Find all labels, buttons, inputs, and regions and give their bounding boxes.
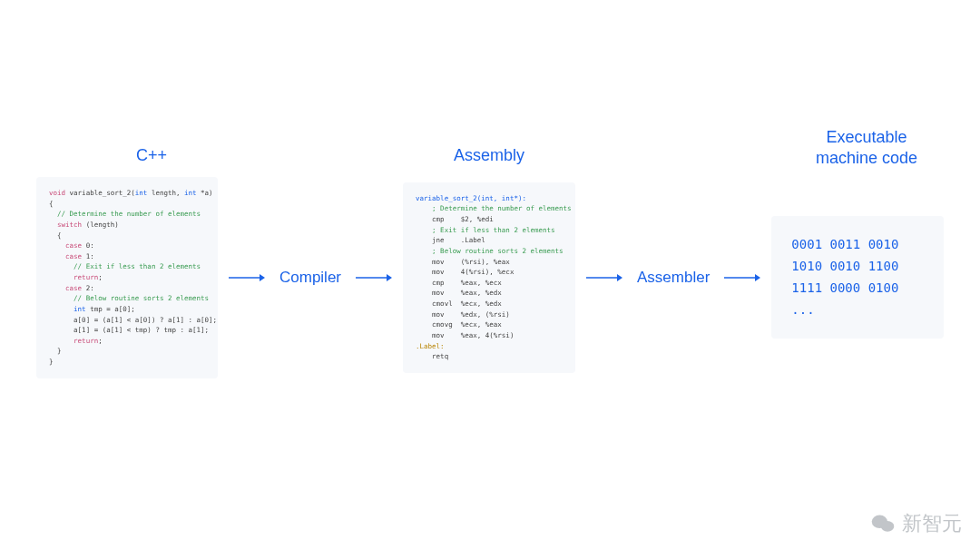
code-token: mov (%rsi), %eax [416, 258, 510, 266]
code-token: cmp $2, %edi [416, 215, 494, 223]
code-token: case [49, 284, 82, 292]
code-token: 0: [82, 241, 94, 250]
code-token: // Below routine sorts 2 elements [49, 294, 209, 302]
heading-machine-code: Executable machine code [789, 127, 944, 170]
compiler-label: Compiler [276, 260, 345, 296]
code-token: int [49, 305, 86, 313]
code-token: { [49, 231, 62, 240]
watermark: 新智元 [871, 510, 962, 537]
arrow-icon [229, 269, 265, 287]
code-token: void [49, 189, 65, 197]
code-token: variable_sort_2(int, int*): [416, 194, 526, 202]
code-token: case [49, 241, 82, 250]
code-token: return [49, 337, 98, 345]
code-token: // Exit if less than 2 elements [49, 262, 201, 270]
heading-cpp: C++ [136, 145, 167, 166]
code-token: int [184, 189, 197, 197]
code-token: jne .Label [416, 236, 485, 244]
code-token: ; Determine the number of elements [416, 204, 572, 212]
code-token: cmovg %ecx, %eax [416, 320, 502, 329]
code-token: mov %eax, 4(%rsi) [416, 331, 514, 339]
code-token: case [49, 252, 82, 260]
code-token: *a) [197, 189, 213, 197]
code-token: // Determine the number of elements [49, 210, 201, 218]
code-token: a[1] = (a[1] < tmp) ? tmp : a[1]; [49, 326, 209, 334]
code-token: variable_sort_2( [65, 189, 135, 197]
code-token: ; Below routine sorts 2 elements [416, 247, 564, 255]
arrow-icon [586, 269, 622, 287]
code-token: mov %eax, %edx [416, 289, 502, 297]
code-token: tmp = a[0]; [86, 305, 135, 313]
code-token: mov %edx, (%rsi) [416, 310, 510, 319]
code-token: } [49, 347, 62, 355]
code-token: (length) [82, 221, 119, 229]
code-token: mov 4(%rsi), %ecx [416, 268, 514, 276]
code-token: } [49, 358, 54, 366]
code-token: retq [416, 352, 448, 360]
code-token: ; Exit if less than 2 elements [416, 226, 555, 234]
heading-assembly: Assembly [454, 145, 524, 166]
code-token: .Label: [416, 342, 445, 350]
arrow-icon [356, 269, 392, 287]
machine-code-box: 0001 0011 0010 1010 0010 1100 1111 0000 … [771, 216, 944, 339]
assembly-code-box: variable_sort_2(int, int*): ; Determine … [403, 182, 575, 373]
code-token: cmovl %ecx, %edx [416, 300, 502, 308]
code-token: { [49, 200, 54, 208]
pipeline-row: void variable_sort_2(int length, int *a)… [0, 177, 980, 378]
code-token: int [135, 189, 148, 197]
wechat-icon [871, 514, 895, 534]
code-token: ; [98, 337, 103, 345]
code-token: return [49, 273, 98, 281]
svg-point-5 [881, 521, 894, 532]
code-token: 1: [82, 252, 94, 260]
assembler-label: Assembler [633, 260, 713, 296]
code-token: length, [147, 189, 184, 197]
code-token: 2: [82, 284, 94, 292]
cpp-code-box: void variable_sort_2(int length, int *a)… [36, 177, 218, 378]
code-token: a[0] = (a[1] < a[0]) ? a[1] : a[0]; [49, 316, 217, 324]
code-token: cmp %eax, %ecx [416, 279, 502, 287]
arrow-icon [724, 269, 760, 287]
code-token: switch [49, 221, 82, 229]
code-token: ; [98, 273, 103, 281]
watermark-text: 新智元 [902, 510, 962, 537]
